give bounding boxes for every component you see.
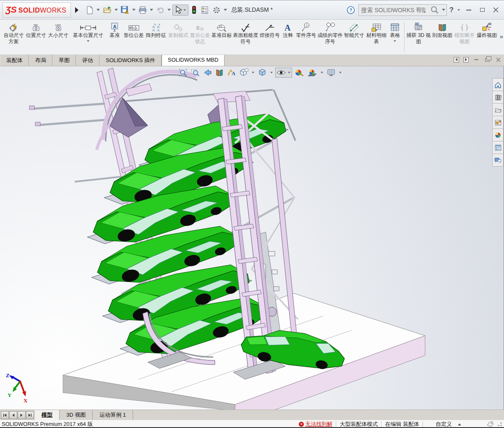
taskpane-forum-button[interactable] — [492, 154, 504, 167]
maximize-button[interactable] — [476, 5, 488, 15]
open-document-button[interactable] — [102, 5, 113, 16]
tab-model[interactable]: 模型 — [35, 410, 60, 420]
ribbon-button-table[interactable]: 表格 — [387, 21, 402, 42]
display-style-icon[interactable] — [257, 68, 268, 78]
document-restore-icon[interactable] — [484, 56, 491, 63]
tab-3d-views[interactable]: 3D 视图 — [60, 410, 93, 420]
taskpane-appearances-button[interactable] — [492, 129, 504, 141]
select-dropdown-caret-icon[interactable] — [183, 9, 186, 11]
previous-view-icon[interactable] — [202, 68, 213, 78]
view-orientation-icon[interactable] — [238, 68, 249, 78]
options-dropdown-caret-icon[interactable] — [224, 9, 227, 11]
ribbon-button-bill-of-materials[interactable]: 材料明细表 — [365, 21, 387, 45]
print-dropdown-caret-icon[interactable] — [150, 9, 153, 11]
ribbon-button-note[interactable]: A 注释 — [281, 21, 295, 39]
title-bar: ƷS SOLIDWORKS 总装.SLDASM * ? ? — [0, 0, 504, 20]
ribbon-button-location-dimension[interactable]: xxx 位置尺寸 — [25, 21, 47, 39]
document-minimize-icon[interactable] — [473, 56, 480, 63]
custom-status-dropdown[interactable]: 自定义 — [436, 420, 452, 428]
collapse-pane-left-icon[interactable] — [454, 57, 459, 63]
help-menu[interactable]: ? — [449, 6, 454, 14]
zoom-to-fit-icon[interactable] — [178, 68, 188, 78]
collapse-pane-right-icon[interactable] — [463, 57, 469, 63]
hide-show-items-eye-icon[interactable] — [276, 68, 287, 77]
taskpane-custom-properties-button[interactable] — [492, 141, 504, 154]
ribbon-button-datum[interactable]: A 基准 — [107, 21, 123, 39]
ribbon-button-section-view[interactable]: 剖面视图 — [431, 21, 453, 39]
close-button[interactable] — [490, 5, 501, 15]
resize-grip[interactable] — [497, 422, 502, 427]
ribbon-overflow-chevron[interactable]: » — [500, 33, 503, 40]
bill-of-materials-icon — [371, 22, 382, 32]
edit-appearance-icon[interactable] — [293, 68, 305, 78]
ribbon-button-label: 剖面视图 — [432, 32, 452, 39]
help-menu-caret-icon[interactable] — [457, 9, 460, 11]
view-settings-caret-icon[interactable] — [339, 72, 342, 73]
open-dropdown-caret-icon[interactable] — [115, 9, 118, 11]
save-button[interactable] — [120, 5, 131, 16]
tab-layout[interactable]: 布局 — [29, 55, 52, 66]
section-view-icon[interactable] — [214, 68, 225, 78]
apply-scene-caret-icon[interactable] — [321, 72, 323, 73]
parking-tower-model[interactable]: Z Y X — [0, 66, 504, 410]
ribbon-button-smart-dimension[interactable]: 智能尺寸 — [343, 21, 365, 39]
help-circle-icon[interactable]: ? — [345, 5, 356, 16]
ribbon-button-capture-3d-view[interactable]: 3D 捕获 3D 视图 — [406, 21, 431, 45]
taskpane-design-library-button[interactable] — [492, 91, 504, 104]
ribbon-button-stacked-balloon[interactable]: 成组的零件序号 — [317, 21, 343, 45]
document-close-icon[interactable] — [495, 56, 501, 63]
custom-caret-icon[interactable] — [458, 423, 461, 425]
taskpane-resources-button[interactable] — [492, 78, 504, 91]
options-button[interactable] — [211, 5, 222, 16]
hide-show-annotations-icon[interactable]: A — [226, 68, 237, 78]
ribbon-button-size-dimension[interactable]: xxx 大小尺寸 — [47, 21, 69, 39]
minimize-button[interactable] — [463, 5, 475, 15]
apply-scene-icon[interactable] — [306, 68, 318, 78]
tab-solidworks-addins[interactable]: SOLIDWORKS 插件 — [99, 55, 162, 66]
tab-sketch[interactable]: 草图 — [52, 55, 76, 66]
ribbon-button-datum-target[interactable]: A1 基准目标 — [211, 21, 233, 39]
file-properties-button[interactable] — [199, 5, 210, 16]
print-button[interactable] — [137, 5, 148, 16]
tab-assembly[interactable]: 装配体 — [0, 55, 29, 66]
select-tool-button[interactable] — [172, 5, 188, 16]
undo-dropdown-caret-icon[interactable] — [167, 9, 171, 11]
display-style-caret-icon[interactable] — [270, 72, 273, 73]
ribbon-button-balloon[interactable]: 1 零件序号 — [295, 21, 317, 39]
ribbon-button-auto-dimension-scheme[interactable]: 自动尺寸方案 — [3, 21, 25, 45]
new-dropdown-caret-icon[interactable] — [97, 9, 100, 11]
undo-button[interactable] — [155, 5, 166, 16]
tab-solidworks-mbd[interactable]: SOLIDWORKS MBD — [162, 55, 225, 66]
save-dropdown-caret-icon[interactable] — [132, 9, 136, 11]
taskpane-file-explorer-button[interactable] — [492, 104, 504, 116]
view-orientation-caret-icon[interactable] — [252, 72, 254, 73]
ribbon-button-weld-symbol[interactable]: 焊接符号 — [259, 21, 281, 39]
search-input[interactable] — [359, 7, 428, 13]
tab-motion-study-1[interactable]: 运动算例 1 — [93, 410, 133, 420]
ribbon-button-geometric-tolerance[interactable]: 0.1 形位公差 — [123, 21, 145, 39]
ribbon-button-exploded-view[interactable]: 爆炸视图 — [476, 21, 498, 39]
rebuild-button[interactable] — [189, 4, 198, 16]
ribbon-button-pattern-feature[interactable]: AAAA 阵列特征 — [145, 21, 167, 39]
ribbon-button-basic-location-dimension[interactable]: 基本位置尺寸 — [69, 21, 107, 42]
next-tab-button[interactable] — [18, 411, 26, 419]
search-scope-caret-icon[interactable] — [442, 9, 445, 11]
basic-dimension-caret-icon[interactable] — [87, 40, 89, 42]
first-tab-button[interactable] — [1, 411, 9, 419]
graphics-viewport[interactable]: Z Y X A — [0, 66, 504, 410]
ribbon-button-label: 显示公差状态 — [189, 32, 210, 45]
tags-icon[interactable] — [486, 421, 494, 428]
toolbar-flyout-arrow-icon[interactable] — [75, 7, 78, 13]
view-settings-icon[interactable] — [326, 68, 337, 78]
table-caret-icon[interactable] — [394, 40, 396, 42]
new-document-button[interactable] — [85, 5, 95, 16]
search-magnifier-icon[interactable] — [428, 4, 440, 16]
previous-tab-button[interactable] — [9, 411, 17, 419]
last-tab-button[interactable] — [26, 411, 34, 419]
zoom-to-area-icon[interactable] — [190, 68, 201, 78]
ribbon-button-surface-finish[interactable]: 表面粗糙度符号 — [233, 21, 259, 45]
hide-show-items-caret-icon[interactable] — [288, 72, 290, 73]
solver-error-status[interactable]: ✕无法找到解 — [299, 420, 332, 428]
taskpane-view-palette-button[interactable] — [492, 116, 504, 129]
tab-evaluate[interactable]: 评估 — [76, 55, 99, 66]
